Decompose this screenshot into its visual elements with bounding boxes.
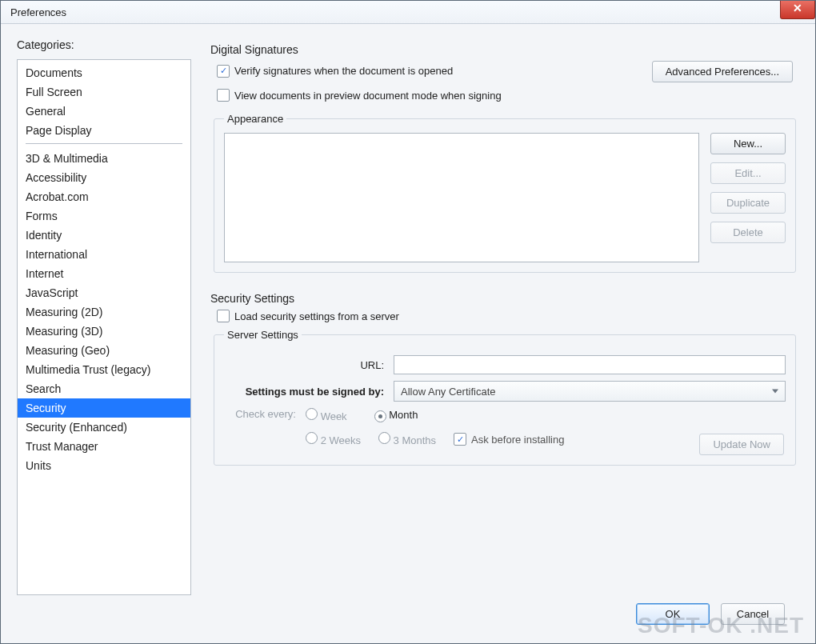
appearance-row: New... Edit... Duplicate Delete [224,133,786,262]
radio-3months-label: 3 Months [394,434,436,446]
digital-signatures-title: Digital Signatures [210,43,796,56]
radio-month-label: Month [389,409,418,421]
sidebar-item-multimedia-trust-legacy-[interactable]: Multimedia Trust (legacy) [18,360,190,379]
sidebar-item-search[interactable]: Search [18,379,190,398]
sidebar-item-acrobat-com[interactable]: Acrobat.com [18,187,190,206]
url-field[interactable] [394,355,786,374]
client-area: Categories: DocumentsFull ScreenGeneralP… [1,24,815,643]
radio-2weeks-label: 2 Weeks [321,434,361,446]
signed-select-value: Allow Any Certificate [401,386,496,398]
preview-label: View documents in preview document mode … [234,90,502,102]
dialog-footer: OK Cancel [17,595,799,632]
close-icon: ✕ [793,2,802,14]
cancel-button[interactable]: Cancel [721,603,785,625]
preview-check-row[interactable]: View documents in preview document mode … [217,89,796,102]
categories-column: Categories: DocumentsFull ScreenGeneralP… [17,38,191,595]
radio-week-label: Week [321,410,347,422]
server-settings-group: Server Settings URL: Settings must be si… [214,329,796,466]
security-settings-section: Security Settings Load security settings… [209,290,796,480]
url-row: URL: [224,355,786,374]
sidebar-item-identity[interactable]: Identity [18,226,190,245]
radio-month-input[interactable] [374,410,386,422]
category-divider [26,143,182,144]
load-checkbox[interactable] [217,310,230,322]
ask-checkbox[interactable] [454,433,466,446]
categories-label: Categories: [17,38,191,51]
close-button[interactable]: ✕ [780,1,815,19]
sidebar-item-page-display[interactable]: Page Display [18,121,190,140]
sidebar-item-security[interactable]: Security [18,398,190,418]
sidebar-item-3d-multimedia[interactable]: 3D & Multimedia [18,149,190,168]
radio-3months[interactable]: 3 Months [378,432,436,446]
signed-label: Settings must be signed by: [224,386,384,398]
radio-row-1: Week Month [306,408,786,422]
sidebar-item-trust-manager[interactable]: Trust Manager [18,437,190,456]
sidebar-item-international[interactable]: International [18,245,190,264]
sidebar-item-javascript[interactable]: JavaScript [18,283,190,302]
radio-2weeks[interactable]: 2 Weeks [306,432,361,446]
sidebar-item-measuring-3d-[interactable]: Measuring (3D) [18,322,190,341]
radio-3months-input[interactable] [378,432,390,444]
appearance-group: Appearance New... Edit... Duplicate Dele… [214,113,796,273]
sidebar-item-measuring-geo-[interactable]: Measuring (Geo) [18,341,190,360]
update-now-button: Update Now [699,434,784,455]
sidebar-item-units[interactable]: Units [18,456,190,475]
titlebar: Preferences ✕ [1,1,815,24]
ask-before-installing[interactable]: Ask before installing [454,433,564,446]
radio-2weeks-input[interactable] [306,432,318,444]
new-button[interactable]: New... [710,133,786,154]
check-every-label: Check every: [224,408,296,420]
ok-button[interactable]: OK [636,603,710,625]
edit-button: Edit... [710,162,786,184]
content-row: Categories: DocumentsFull ScreenGeneralP… [17,38,799,595]
sidebar-item-accessibility[interactable]: Accessibility [18,168,190,187]
delete-button: Delete [710,222,786,243]
window-title: Preferences [6,6,66,18]
preferences-window: Preferences ✕ Categories: DocumentsFull … [0,0,816,644]
server-settings-legend: Server Settings [224,329,302,341]
radio-week-input[interactable] [306,408,318,420]
sidebar-item-measuring-2d-[interactable]: Measuring (2D) [18,302,190,322]
appearance-listbox[interactable] [224,133,699,262]
appearance-legend: Appearance [224,113,286,125]
sidebar-item-internet[interactable]: Internet [18,264,190,283]
load-check-row[interactable]: Load security settings from a server [217,310,796,322]
verify-label: Verify signatures when the document is o… [234,65,453,77]
radio-month[interactable]: Month [374,409,418,422]
categories-list[interactable]: DocumentsFull ScreenGeneralPage Display3… [17,59,191,595]
security-settings-title: Security Settings [210,292,796,305]
radio-week[interactable]: Week [306,408,347,422]
advanced-preferences-button[interactable]: Advanced Preferences... [652,61,793,82]
verify-row: Verify signatures when the document is o… [209,61,796,82]
main-column: Digital Signatures Verify signatures whe… [209,38,799,595]
sidebar-item-documents[interactable]: Documents [18,63,190,82]
sidebar-item-general[interactable]: General [18,102,190,121]
chevron-down-icon [772,390,778,394]
verify-check-row[interactable]: Verify signatures when the document is o… [217,65,453,78]
sidebar-item-forms[interactable]: Forms [18,206,190,226]
appearance-buttons: New... Edit... Duplicate Delete [710,133,786,262]
verify-checkbox[interactable] [217,65,230,78]
preview-checkbox[interactable] [217,89,230,102]
sidebar-item-full-screen[interactable]: Full Screen [18,82,190,102]
duplicate-button: Duplicate [710,192,786,214]
signed-select[interactable]: Allow Any Certificate [394,381,786,402]
url-label: URL: [224,359,384,371]
ask-label: Ask before installing [471,434,564,446]
signed-row: Settings must be signed by: Allow Any Ce… [224,381,786,402]
load-label: Load security settings from a server [234,310,399,322]
sidebar-item-security-enhanced-[interactable]: Security (Enhanced) [18,418,190,437]
